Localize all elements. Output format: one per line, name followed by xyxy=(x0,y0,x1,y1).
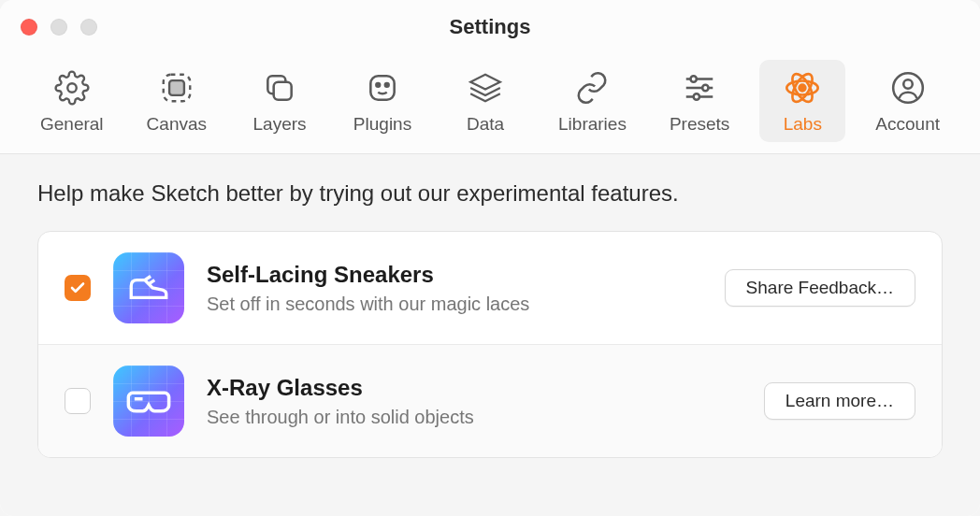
canvas-icon xyxy=(156,67,197,108)
minimize-window-button[interactable] xyxy=(50,19,67,36)
svg-point-20 xyxy=(903,79,913,89)
tab-presets[interactable]: Presets xyxy=(656,60,742,142)
tab-label: Layers xyxy=(253,114,307,135)
gear-icon xyxy=(51,67,93,108)
tab-labs[interactable]: Labs xyxy=(759,60,845,142)
svg-point-0 xyxy=(67,83,77,93)
feature-title: X-Ray Glasses xyxy=(207,375,742,401)
tab-label: Data xyxy=(467,114,504,135)
feature-checkbox[interactable] xyxy=(65,275,91,301)
plugins-icon xyxy=(362,67,403,108)
settings-toolbar: General Canvas Layers Plugins Data xyxy=(0,54,980,154)
feature-checkbox[interactable] xyxy=(65,388,91,414)
tab-libraries[interactable]: Libraries xyxy=(545,60,640,142)
layers-icon xyxy=(259,67,300,108)
titlebar: Settings xyxy=(0,0,980,54)
sneaker-icon xyxy=(113,252,184,323)
svg-rect-4 xyxy=(274,82,292,100)
feature-row: X-Ray Glasses See through or into solid … xyxy=(38,344,942,457)
labs-icon xyxy=(782,67,823,108)
window-title: Settings xyxy=(21,15,959,39)
presets-icon xyxy=(679,67,720,108)
svg-marker-8 xyxy=(470,75,500,90)
feature-title: Self-Lacing Sneakers xyxy=(207,262,702,288)
svg-point-10 xyxy=(691,76,697,81)
features-list: Self-Lacing Sneakers Set off in seconds … xyxy=(37,231,943,458)
data-icon xyxy=(465,67,506,108)
settings-window: Settings General Canvas Layers Plugins xyxy=(0,0,980,516)
feature-description: Set off in seconds with our magic laces xyxy=(207,294,702,315)
tab-label: Libraries xyxy=(558,114,627,135)
feature-row: Self-Lacing Sneakers Set off in seconds … xyxy=(38,232,942,344)
tab-account[interactable]: Account xyxy=(862,60,953,142)
intro-text: Help make Sketch better by trying out ou… xyxy=(37,180,943,207)
share-feedback-button[interactable]: Share Feedback… xyxy=(725,269,915,307)
content-area: Help make Sketch better by trying out ou… xyxy=(0,154,980,516)
learn-more-button[interactable]: Learn more… xyxy=(764,382,915,420)
tab-canvas[interactable]: Canvas xyxy=(134,60,220,142)
tab-data[interactable]: Data xyxy=(442,60,528,142)
svg-line-22 xyxy=(149,280,154,284)
zoom-window-button[interactable] xyxy=(80,19,97,36)
feature-text: X-Ray Glasses See through or into solid … xyxy=(207,375,742,428)
tab-label: Labs xyxy=(784,114,822,135)
feature-text: Self-Lacing Sneakers Set off in seconds … xyxy=(207,262,702,315)
svg-point-14 xyxy=(694,93,699,99)
tab-layers[interactable]: Layers xyxy=(237,60,323,142)
traffic-lights xyxy=(21,19,97,36)
tab-label: Plugins xyxy=(353,114,411,135)
svg-line-21 xyxy=(145,277,151,280)
svg-point-6 xyxy=(376,83,380,87)
tab-label: Account xyxy=(875,114,940,135)
tab-label: Canvas xyxy=(147,114,207,135)
tab-label: General xyxy=(40,114,104,135)
tab-label: Presets xyxy=(670,114,729,135)
tab-plugins[interactable]: Plugins xyxy=(339,60,425,142)
close-window-button[interactable] xyxy=(21,19,37,36)
tab-general[interactable]: General xyxy=(27,60,117,142)
svg-point-12 xyxy=(702,85,708,91)
svg-point-15 xyxy=(800,85,806,92)
glasses-icon xyxy=(113,366,184,437)
svg-rect-5 xyxy=(370,76,394,99)
account-icon xyxy=(887,67,929,108)
libraries-icon xyxy=(571,67,612,108)
feature-description: See through or into solid objects xyxy=(207,407,742,428)
svg-point-7 xyxy=(385,83,389,87)
svg-rect-2 xyxy=(169,80,184,95)
